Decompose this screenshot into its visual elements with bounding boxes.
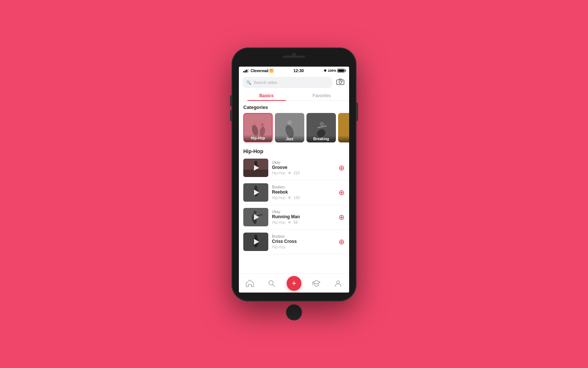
camera-icon xyxy=(336,78,344,86)
tabs-row: Basics Favorites xyxy=(239,90,349,101)
status-bar: Cleveroad 📶 12:30 ✱ 100% xyxy=(239,67,349,75)
add-button-4[interactable]: ⊕ xyxy=(338,237,345,246)
video-list-title: Hip-Hop xyxy=(239,146,349,156)
video-category-2: Hip-Hop xyxy=(272,196,286,200)
video-thumb-4 xyxy=(243,233,268,251)
play-icon-3 xyxy=(254,214,259,220)
add-button-3[interactable]: ⊕ xyxy=(338,213,345,222)
play-icon-1 xyxy=(254,165,259,171)
video-info-1: Ukay Groove Hip-Hop 👁 215 xyxy=(272,160,335,175)
status-time: 12:30 xyxy=(294,68,304,73)
video-meta-3: Hip-Hop 👁 58 xyxy=(272,220,335,224)
video-author-3: Ukay xyxy=(272,210,335,214)
svg-line-33 xyxy=(273,284,275,287)
screen: Cleveroad 📶 12:30 ✱ 100% 🔍 Search video xyxy=(239,67,349,293)
lessons-icon xyxy=(312,280,320,287)
home-icon xyxy=(246,280,254,287)
svg-rect-2 xyxy=(342,81,343,82)
video-thumb-2 xyxy=(243,183,268,202)
battery-fill xyxy=(338,70,344,72)
search-nav-icon xyxy=(268,280,275,287)
nav-add-button[interactable]: + xyxy=(287,276,301,291)
views-count-1: 215 xyxy=(294,171,300,175)
category-salsa[interactable]: Sa... xyxy=(338,113,349,142)
nav-search[interactable] xyxy=(265,277,278,290)
video-author-2: Bouboo xyxy=(272,185,335,189)
video-info-2: Bouboo Reebok Hip-Hop 👁 133 xyxy=(272,185,335,200)
video-category-3: Hip-Hop xyxy=(272,220,286,224)
main-content: Categories Hip-Hop xyxy=(239,101,349,273)
search-icon: 🔍 xyxy=(246,80,251,85)
svg-point-34 xyxy=(337,281,340,284)
status-right: ✱ 100% xyxy=(324,69,345,72)
views-icon-3: 👁 xyxy=(288,220,291,224)
tab-basics[interactable]: Basics xyxy=(239,90,294,100)
battery-icon xyxy=(337,69,345,72)
video-info-4: Bouboo Criss Cross Hip-Hop xyxy=(272,234,335,249)
nav-profile[interactable] xyxy=(331,277,345,290)
status-left: Cleveroad 📶 xyxy=(243,69,273,73)
category-hiphop-label: Hip-Hop xyxy=(244,135,272,142)
nav-add-icon: + xyxy=(292,279,297,287)
svg-point-32 xyxy=(269,280,273,285)
svg-point-1 xyxy=(339,81,342,84)
video-title-3: Running Man xyxy=(272,214,335,219)
signal-icon xyxy=(243,69,249,72)
video-author-1: Ukay xyxy=(272,160,335,164)
categories-title: Categories xyxy=(239,101,349,113)
video-title-1: Groove xyxy=(272,165,335,170)
video-thumb-1 xyxy=(243,159,268,177)
categories-scroll: Hip-Hop Jazz xyxy=(239,113,349,146)
video-item-4[interactable]: Bouboo Criss Cross Hip-Hop ⊕ xyxy=(239,230,349,254)
play-icon-4 xyxy=(254,239,259,245)
search-bar-row: 🔍 Search video xyxy=(239,75,349,90)
views-icon-1: 👁 xyxy=(288,171,291,175)
category-hiphop[interactable]: Hip-Hop xyxy=(243,113,273,142)
profile-icon xyxy=(334,280,342,287)
battery-percent: 100% xyxy=(328,69,336,72)
speaker xyxy=(283,56,305,58)
play-overlay-4 xyxy=(243,233,268,251)
home-button[interactable] xyxy=(286,304,302,321)
camera-button[interactable] xyxy=(335,77,345,88)
power-button xyxy=(356,103,358,121)
category-breaking[interactable]: Breaking xyxy=(306,113,336,142)
video-item-3[interactable]: Ukay Running Man Hip-Hop 👁 58 ⊕ xyxy=(239,205,349,230)
search-input-wrap[interactable]: 🔍 Search video xyxy=(243,77,332,88)
video-thumb-3 xyxy=(243,208,268,226)
nav-lessons[interactable] xyxy=(310,277,323,290)
category-jazz[interactable]: Jazz xyxy=(275,113,304,142)
svg-point-10 xyxy=(287,120,292,125)
views-icon-2: 👁 xyxy=(288,196,291,200)
video-meta-4: Hip-Hop xyxy=(272,245,335,249)
svg-rect-0 xyxy=(337,80,344,85)
video-category-4: Hip-Hop xyxy=(272,245,286,249)
video-category-1: Hip-Hop xyxy=(272,171,286,175)
video-author-4: Bouboo xyxy=(272,234,335,238)
views-count-3: 58 xyxy=(294,220,298,224)
volume-up-button xyxy=(230,95,232,106)
bluetooth-icon: ✱ xyxy=(324,69,327,72)
play-icon-2 xyxy=(254,190,259,195)
nav-home[interactable] xyxy=(243,277,257,290)
svg-point-13 xyxy=(320,122,324,126)
tab-favorites[interactable]: Favorites xyxy=(294,90,349,100)
video-item-1[interactable]: Ukay Groove Hip-Hop 👁 215 ⊕ xyxy=(239,156,349,180)
category-salsa-label: Sa... xyxy=(338,135,349,142)
video-meta-2: Hip-Hop 👁 133 xyxy=(272,196,335,200)
volume-down-button xyxy=(230,110,232,121)
add-button-2[interactable]: ⊕ xyxy=(338,188,345,197)
wifi-icon: 📶 xyxy=(269,69,273,72)
carrier-name: Cleveroad xyxy=(251,69,268,73)
category-jazz-label: Jazz xyxy=(275,135,304,142)
bottom-nav: + xyxy=(239,273,349,293)
video-meta-1: Hip-Hop 👁 215 xyxy=(272,171,335,175)
phone-shell: Cleveroad 📶 12:30 ✱ 100% 🔍 Search video xyxy=(232,47,356,301)
add-button-1[interactable]: ⊕ xyxy=(338,163,345,172)
search-placeholder: Search video xyxy=(254,80,277,85)
views-count-2: 133 xyxy=(294,196,300,200)
video-item-2[interactable]: Bouboo Reebok Hip-Hop 👁 133 ⊕ xyxy=(239,180,349,205)
play-overlay-3 xyxy=(243,208,268,226)
video-title-2: Reebok xyxy=(272,190,335,195)
video-title-4: Criss Cross xyxy=(272,239,335,244)
